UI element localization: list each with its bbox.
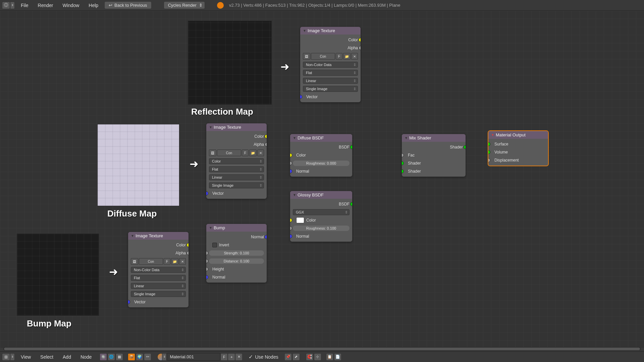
menu-node[interactable]: Node xyxy=(77,354,95,360)
shader-type-line-icon[interactable]: ▦ xyxy=(116,353,123,361)
node-image-texture-reflection[interactable]: ▼Image Texture Color Alpha 🖼 Con F 📁 ✕ N… xyxy=(300,27,361,102)
socket-color-out[interactable] xyxy=(265,134,267,138)
strength-field[interactable]: Strength: 0.100 xyxy=(209,250,264,256)
color-swatch[interactable] xyxy=(296,217,304,223)
socket-displacement-in[interactable] xyxy=(488,158,490,162)
socket-color-out[interactable] xyxy=(186,243,189,247)
node-image-texture-bump[interactable]: ▼Image Texture Color Alpha 🖼 Con F 📁 ✕ N… xyxy=(128,232,189,307)
render-engine-select[interactable]: Cycles Render xyxy=(164,1,205,9)
fake-user-button[interactable]: F xyxy=(220,353,228,361)
copy-nodes-icon[interactable]: 📋 xyxy=(326,353,333,361)
node-glossy-bsdf[interactable]: ▼Glossy BSDF BSDF GGX Color Roughness: 0… xyxy=(290,191,352,242)
paste-nodes-icon[interactable]: 📄 xyxy=(334,353,341,361)
shader-type-world-icon[interactable]: 🌐 xyxy=(108,353,115,361)
menu-window[interactable]: Window xyxy=(59,3,83,8)
open-image-icon[interactable]: 📁 xyxy=(249,149,257,156)
node-image-texture-diffuse[interactable]: ▼Image Texture Color Alpha 🖼 Con F 📁 ✕ C… xyxy=(206,123,267,199)
roughness-field[interactable]: Roughness: 0.000 xyxy=(293,161,350,166)
image-browse-icon[interactable]: 🖼 xyxy=(303,53,310,60)
unlink-icon[interactable]: ✕ xyxy=(179,258,186,265)
menu-file[interactable]: File xyxy=(17,3,32,8)
fake-user-button[interactable]: F xyxy=(336,53,342,60)
socket-vector-in[interactable] xyxy=(300,95,302,99)
tree-type-compositor-icon[interactable]: 🌍 xyxy=(136,353,143,361)
fake-user-button[interactable]: F xyxy=(164,258,170,265)
editor-type-dropdown[interactable]: ⇕ xyxy=(10,2,15,9)
unlink-material-icon[interactable]: ✕ xyxy=(235,353,243,361)
socket-height-in[interactable] xyxy=(206,267,208,271)
socket-color-out[interactable] xyxy=(359,38,361,42)
projection-select[interactable]: Flat xyxy=(131,275,186,281)
tree-type-shader-icon[interactable]: 📦 xyxy=(128,353,135,361)
image-name-field[interactable]: Con xyxy=(311,53,335,60)
socket-normal-in[interactable] xyxy=(206,275,208,279)
node-header[interactable]: ▼Image Texture xyxy=(128,232,189,240)
node-header[interactable]: ▼Image Texture xyxy=(206,123,267,131)
open-image-icon[interactable]: 📁 xyxy=(171,258,178,265)
socket-shader-out[interactable] xyxy=(464,145,466,149)
interpolation-select[interactable]: Linear xyxy=(209,174,264,180)
socket-roughness-in[interactable] xyxy=(290,226,292,230)
invert-checkbox[interactable] xyxy=(212,243,217,247)
image-name-field[interactable]: Con xyxy=(139,258,163,265)
node-mix-shader[interactable]: ▼Mix Shader Shader Fac Shader Shader xyxy=(402,134,466,177)
socket-alpha-out[interactable] xyxy=(359,46,361,50)
socket-fac-in[interactable] xyxy=(402,153,404,157)
socket-normal-in[interactable] xyxy=(290,169,292,173)
node-editor-icon[interactable]: ⊞ xyxy=(2,353,10,361)
menu-help[interactable]: Help xyxy=(85,3,102,8)
node-header[interactable]: ▼Bump xyxy=(206,224,267,232)
colorspace-select[interactable]: Color xyxy=(209,158,264,164)
info-icon[interactable]: ⓘ xyxy=(2,2,10,9)
socket-bsdf-out[interactable] xyxy=(350,202,352,206)
distribution-select[interactable]: GGX xyxy=(293,209,350,215)
fake-user-button[interactable]: F xyxy=(242,149,249,156)
socket-roughness-in[interactable] xyxy=(290,161,292,165)
scrollbar-thumb[interactable] xyxy=(4,348,640,350)
image-browse-icon[interactable]: 🖼 xyxy=(131,258,138,265)
socket-normal-out[interactable] xyxy=(265,235,267,239)
source-select[interactable]: Single Image xyxy=(303,86,358,92)
snap-icon[interactable]: 🧲 xyxy=(306,353,313,361)
source-select[interactable]: Single Image xyxy=(209,182,264,188)
colorspace-select[interactable]: Non-Color Data xyxy=(303,62,358,68)
horizontal-scrollbar[interactable] xyxy=(3,347,641,351)
menu-select[interactable]: Select xyxy=(37,354,57,360)
image-browse-icon[interactable]: 🖼 xyxy=(209,149,216,156)
shader-type-object-icon[interactable]: 🔘 xyxy=(100,353,107,361)
go-parent-icon[interactable]: ⬈ xyxy=(292,353,300,361)
material-name-input[interactable] xyxy=(167,353,220,361)
socket-color-in[interactable] xyxy=(290,153,292,157)
socket-alpha-out[interactable] xyxy=(186,251,189,255)
node-editor-canvas[interactable]: Reflection Map Diffuse Map Bump Map ➜ ➜ … xyxy=(0,11,644,348)
socket-color-in[interactable] xyxy=(290,218,292,222)
menu-render[interactable]: Render xyxy=(35,3,57,8)
socket-strength-in[interactable] xyxy=(206,251,208,255)
socket-bsdf-out[interactable] xyxy=(350,145,352,149)
tree-type-texture-icon[interactable]: ✏ xyxy=(144,353,151,361)
projection-select[interactable]: Flat xyxy=(303,70,358,76)
source-select[interactable]: Single Image xyxy=(131,291,186,297)
interpolation-select[interactable]: Linear xyxy=(303,78,358,84)
node-material-output[interactable]: ▼Material Output Surface Volume Displace… xyxy=(488,131,548,166)
image-name-field[interactable]: Con xyxy=(217,149,241,156)
node-bump[interactable]: ▼Bump Normal Invert Strength: 0.100 Dist… xyxy=(206,224,267,283)
socket-vector-in[interactable] xyxy=(128,300,130,304)
socket-shader-in[interactable] xyxy=(402,169,404,173)
socket-distance-in[interactable] xyxy=(206,259,208,263)
menu-add[interactable]: Add xyxy=(59,354,74,360)
material-dropdown[interactable]: ⇕ xyxy=(162,353,167,361)
socket-volume-in[interactable] xyxy=(488,150,490,154)
node-header[interactable]: ▼Image Texture xyxy=(300,27,361,35)
colorspace-select[interactable]: Non-Color Data xyxy=(131,267,186,273)
back-to-previous-button[interactable]: ↩ Back to Previous xyxy=(104,1,152,9)
node-diffuse-bsdf[interactable]: ▼Diffuse BSDF BSDF Color Roughness: 0.00… xyxy=(290,134,352,177)
editor-type-dropdown[interactable]: ⇕ xyxy=(10,353,15,361)
node-header[interactable]: ▼Diffuse BSDF xyxy=(290,134,352,142)
roughness-field[interactable]: Roughness: 0.100 xyxy=(293,226,350,231)
menu-view[interactable]: View xyxy=(17,354,34,360)
node-header[interactable]: ▼Material Output xyxy=(488,131,548,139)
use-nodes-checkbox[interactable]: ✓ xyxy=(249,354,253,360)
socket-shader-in[interactable] xyxy=(402,161,404,165)
socket-surface-in[interactable] xyxy=(488,142,490,146)
